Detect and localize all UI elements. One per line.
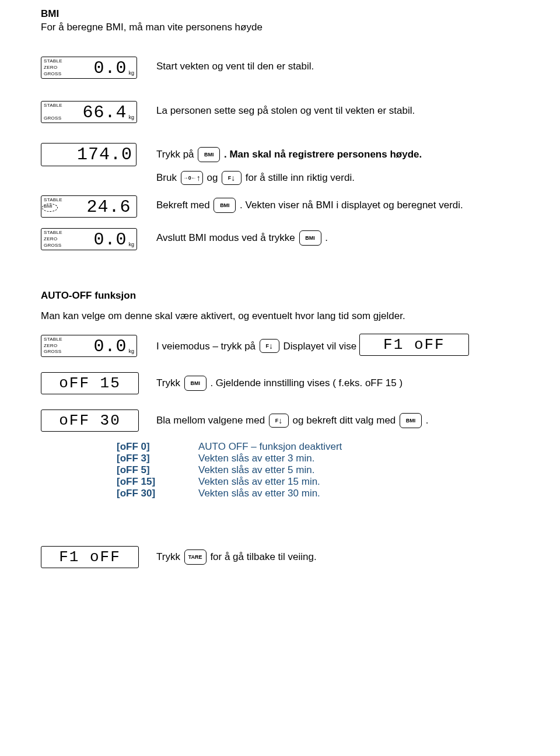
lcd-indicator-stable: STABLE bbox=[44, 337, 62, 342]
lcd-indicator-stable: STABLE bbox=[44, 59, 62, 64]
lcd-indicator-zero: ZERO bbox=[44, 237, 62, 242]
step-row: STABLE GROSS 66.4 kg La personen sette s… bbox=[41, 99, 519, 123]
lcd-value: 0.0 bbox=[65, 229, 128, 250]
option-value: Vekten slås av etter 5 min. bbox=[198, 464, 314, 476]
lcd-display-off15: oFF 15 bbox=[41, 372, 139, 394]
table-row: [oFF 15] Vekten slås av etter 15 min. bbox=[117, 476, 519, 488]
option-key: [oFF 0] bbox=[117, 441, 198, 453]
lcd-indicator-gross: GROSS bbox=[44, 72, 62, 76]
autooff-intro: Man kan velge om denne skal være aktiver… bbox=[41, 310, 519, 323]
step-text: Trykk BMI . Gjeldende innstilling vises … bbox=[156, 376, 402, 391]
step-row: STABLE BMI 24.6 Bekreft med BMI . Vekten… bbox=[41, 193, 519, 218]
step-row: Bruk →0←↑ og F↓ for å stille inn riktig … bbox=[41, 171, 519, 185]
bmi-key-icon: BMI bbox=[214, 198, 236, 213]
f-key-icon: F↓ bbox=[260, 339, 279, 353]
step-text: La personen sette seg på stolen og vent … bbox=[156, 105, 415, 117]
step-row: oFF 30 Bla mellom valgene med F↓ og bekr… bbox=[41, 410, 519, 432]
step-row: 174.0 Trykk på BMI . Man skal nå registr… bbox=[41, 143, 519, 166]
option-value: Vekten slås av etter 15 min. bbox=[198, 476, 320, 488]
text-part-bold: . Man skal nå registrere personens høyde… bbox=[224, 149, 422, 160]
text-part: Trykk bbox=[156, 377, 183, 388]
bmi-key-icon: BMI bbox=[400, 413, 422, 428]
lcd-indicator-stable: STABLE bbox=[44, 103, 62, 108]
lcd-indicator-gross: GROSS bbox=[44, 243, 62, 248]
intro-text: For å beregne BMI, må man vite personens… bbox=[41, 21, 519, 34]
step-row: STABLE ZERO GROSS 0.0 kg Avslutt BMI mod… bbox=[41, 226, 519, 250]
step-text: Bruk →0←↑ og F↓ for å stille inn riktig … bbox=[156, 171, 355, 185]
step-text: Trykk TARE for å gå tilbake til veiing. bbox=[156, 550, 317, 565]
table-row: [oFF 3] Vekten slås av etter 3 min. bbox=[117, 453, 519, 464]
f-key-icon: F↓ bbox=[222, 171, 242, 185]
lcd-display-f1off-2: F1 oFF bbox=[41, 546, 139, 568]
tare-key-icon: TARE bbox=[184, 550, 206, 565]
bmi-key-icon: BMI bbox=[299, 230, 321, 246]
lcd-indicator-gross: GROSS bbox=[44, 116, 62, 121]
text-part: og bbox=[206, 172, 220, 183]
lcd-display-3: 174.0 bbox=[41, 143, 136, 166]
lcd-indicator-zero: ZERO bbox=[44, 65, 62, 70]
text-part: Avslutt BMI modus ved å trykke bbox=[156, 232, 298, 243]
table-row: [oFF 0] AUTO OFF – funksjon deaktivert bbox=[117, 441, 519, 453]
step-row: oFF 15 Trykk BMI . Gjeldende innstilling… bbox=[41, 372, 519, 394]
heading-autooff: AUTO-OFF funksjon bbox=[41, 290, 519, 302]
f-key-icon: F↓ bbox=[269, 414, 289, 428]
step-text: Bla mellom valgene med F↓ og bekreft dit… bbox=[156, 413, 429, 428]
autooff-options-table: [oFF 0] AUTO OFF – funksjon deaktivert [… bbox=[117, 441, 519, 499]
lcd-display-4: STABLE BMI 24.6 bbox=[41, 195, 137, 218]
lcd-value: 0.0 bbox=[65, 335, 128, 356]
text-part: I veiemodus – trykk på bbox=[156, 340, 258, 351]
step-text: Bekreft med BMI . Vekten viser nå BMI i … bbox=[156, 198, 463, 213]
text-part: Trykk bbox=[156, 551, 183, 562]
step-row: F1 oFF Trykk TARE for å gå tilbake til v… bbox=[41, 546, 519, 568]
lcd-value: 0.0 bbox=[65, 57, 128, 78]
text-part: for å stille inn riktig verdi. bbox=[246, 172, 355, 183]
option-key: [oFF 15] bbox=[117, 476, 198, 488]
option-value: Vekten slås av etter 3 min. bbox=[198, 453, 314, 464]
option-key: [oFF 5] bbox=[117, 464, 198, 476]
lcd-unit: kg bbox=[128, 348, 136, 356]
lcd-indicator-zero: ZERO bbox=[44, 344, 62, 348]
lcd-indicator-gross: GROSS bbox=[44, 349, 62, 354]
table-row: [oFF 5] Vekten slås av etter 5 min. bbox=[117, 464, 519, 476]
text-part: og bekreft ditt valg med bbox=[293, 415, 398, 426]
step-text: Trykk på BMI . Man skal nå registrere pe… bbox=[156, 147, 422, 162]
lcd-indicator-bmi: BMI bbox=[44, 204, 62, 209]
lcd-display-6: STABLE ZERO GROSS 0.0 kg bbox=[41, 335, 137, 357]
step-row: STABLE ZERO GROSS 0.0 kg I veiemodus – t… bbox=[41, 332, 519, 357]
lcd-unit: kg bbox=[128, 114, 136, 123]
bmi-key-icon: BMI bbox=[198, 147, 220, 162]
bmi-key-icon: BMI bbox=[184, 376, 206, 391]
option-key: [oFF 3] bbox=[117, 453, 198, 464]
text-part: Displayet vil vise bbox=[284, 340, 359, 351]
text-part: . Vekten viser nå BMI i displayet og ber… bbox=[240, 200, 463, 211]
lcd-display-5: STABLE ZERO GROSS 0.0 kg bbox=[41, 228, 137, 250]
step-row: STABLE ZERO GROSS 0.0 kg Start vekten og… bbox=[41, 54, 519, 79]
text-part: Bekreft med bbox=[156, 200, 212, 211]
option-key: [oFF 30] bbox=[117, 488, 198, 499]
lcd-indicator-stable: STABLE bbox=[44, 198, 62, 202]
text-part: Bla mellom valgene med bbox=[156, 415, 268, 426]
text-part: . bbox=[325, 232, 328, 243]
zero-key-icon: →0←↑ bbox=[181, 171, 203, 185]
lcd-indicator-stable: STABLE bbox=[44, 230, 62, 235]
lcd-unit: kg bbox=[128, 242, 136, 250]
page: BMI For å beregne BMI, må man vite perso… bbox=[0, 0, 560, 592]
step-text: I veiemodus – trykk på F↓ Displayet vil … bbox=[156, 334, 469, 356]
option-value: Vekten slås av etter 30 min. bbox=[198, 488, 320, 499]
lcd-display-off30: oFF 30 bbox=[41, 410, 139, 432]
table-row: [oFF 30] Vekten slås av etter 30 min. bbox=[117, 488, 519, 499]
lcd-unit: kg bbox=[128, 70, 136, 78]
text-part: Trykk på bbox=[156, 149, 197, 160]
text-part: . Gjeldende innstilling vises ( f.eks. o… bbox=[210, 377, 402, 388]
step-text: Start vekten og vent til den er stabil. bbox=[156, 61, 314, 72]
text-part: Bruk bbox=[156, 172, 180, 183]
step-text: Avslutt BMI modus ved å trykke BMI . bbox=[156, 230, 328, 246]
lcd-display-1: STABLE ZERO GROSS 0.0 kg bbox=[41, 57, 137, 79]
heading-bmi: BMI bbox=[41, 8, 519, 20]
lcd-display-2: STABLE GROSS 66.4 kg bbox=[41, 101, 137, 123]
text-part: . bbox=[426, 415, 429, 426]
lcd-value: 66.4 bbox=[65, 102, 128, 123]
option-value: AUTO OFF – funksjon deaktivert bbox=[198, 441, 342, 453]
lcd-value: 24.6 bbox=[65, 196, 132, 217]
text-part: for å gå tilbake til veiing. bbox=[210, 551, 316, 562]
